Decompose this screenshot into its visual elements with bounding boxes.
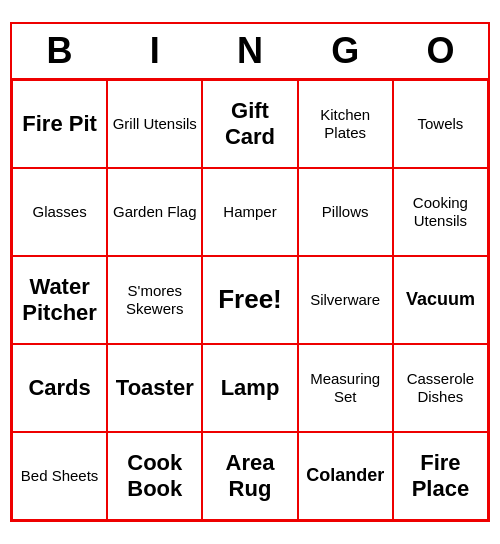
bingo-cell-10: Water Pitcher (12, 256, 107, 344)
bingo-cell-24: Fire Place (393, 432, 488, 520)
header-letter-o: O (393, 24, 488, 78)
bingo-cell-2: Gift Card (202, 80, 297, 168)
bingo-cell-5: Glasses (12, 168, 107, 256)
bingo-cell-3: Kitchen Plates (298, 80, 393, 168)
bingo-cell-15: Cards (12, 344, 107, 432)
header-letter-g: G (298, 24, 393, 78)
bingo-cell-23: Colander (298, 432, 393, 520)
header-letter-n: N (202, 24, 297, 78)
bingo-cell-16: Toaster (107, 344, 202, 432)
bingo-cell-18: Measuring Set (298, 344, 393, 432)
bingo-cell-11: S'mores Skewers (107, 256, 202, 344)
bingo-cell-17: Lamp (202, 344, 297, 432)
bingo-cell-8: Pillows (298, 168, 393, 256)
header-letter-i: I (107, 24, 202, 78)
bingo-cell-19: Casserole Dishes (393, 344, 488, 432)
bingo-cell-7: Hamper (202, 168, 297, 256)
bingo-grid: Fire PitGrill UtensilsGift CardKitchen P… (12, 78, 488, 520)
bingo-card: BINGO Fire PitGrill UtensilsGift CardKit… (10, 22, 490, 522)
bingo-cell-12: Free! (202, 256, 297, 344)
bingo-cell-20: Bed Sheets (12, 432, 107, 520)
bingo-cell-21: Cook Book (107, 432, 202, 520)
bingo-cell-6: Garden Flag (107, 168, 202, 256)
bingo-cell-22: Area Rug (202, 432, 297, 520)
bingo-cell-14: Vacuum (393, 256, 488, 344)
bingo-cell-1: Grill Utensils (107, 80, 202, 168)
bingo-cell-13: Silverware (298, 256, 393, 344)
bingo-cell-0: Fire Pit (12, 80, 107, 168)
bingo-cell-4: Towels (393, 80, 488, 168)
header-letter-b: B (12, 24, 107, 78)
bingo-cell-9: Cooking Utensils (393, 168, 488, 256)
bingo-header: BINGO (12, 24, 488, 78)
